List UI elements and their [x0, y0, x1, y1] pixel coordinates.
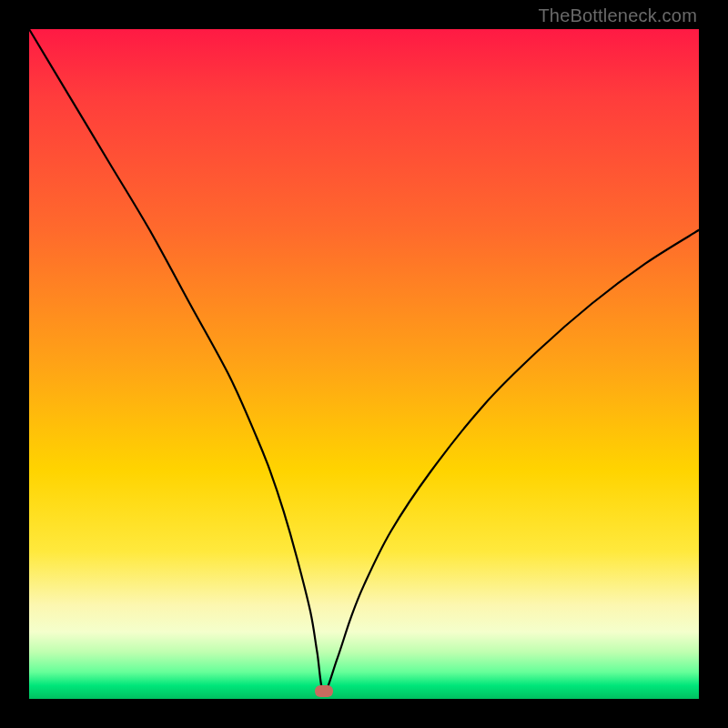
watermark-text: TheBottleneck.com [538, 5, 697, 26]
plot-area [29, 29, 699, 699]
bottleneck-curve [29, 29, 699, 699]
minimum-marker [315, 685, 333, 697]
chart-frame: TheBottleneck.com [0, 0, 728, 728]
